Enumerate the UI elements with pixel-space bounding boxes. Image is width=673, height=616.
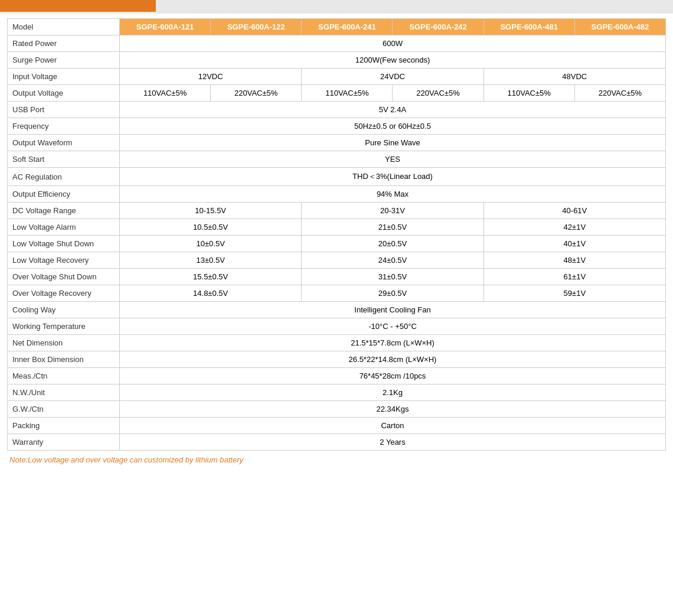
row-label-16: Cooling Way [8,302,120,318]
row-label-9: Output Efficiency [8,186,120,203]
row-value-14-2: 61±1V [483,269,665,285]
row-value-15-0: 14.8±0.5V [120,285,302,302]
page-wrapper: ModelSGPE-600A-121SGPE-600A-122SGPE-600A… [0,0,673,616]
row-label-22: G.W./Ctn [8,401,120,418]
row-value-24: 2 Years [120,434,666,451]
table-wrapper: ModelSGPE-600A-121SGPE-600A-122SGPE-600A… [0,14,673,474]
note-text: Note:Low voltage and over voltage can cu… [7,451,666,467]
row-value-20: 76*45*28cm /10pcs [120,368,666,384]
row-value-13-0: 13±0.5V [120,252,302,269]
row-value-22: 22.34Kgs [120,401,666,418]
row-value-2-2: 48VDC [483,69,665,85]
row-label-20: Meas./Ctn [8,368,120,384]
row-label-6: Output Waveform [8,135,120,151]
row-value-4: 5V 2.4A [120,102,666,118]
row-label-2: Input Voltage [8,69,120,85]
model-header-3: SGPE-600A-242 [393,19,483,35]
header-section [0,0,156,12]
row-value-11-2: 42±1V [483,219,665,236]
row-label-18: Net Dimension [8,335,120,351]
row-label-24: Warranty [8,434,120,451]
model-header-4: SGPE-600A-481 [483,19,574,35]
row-label-21: N.W./Unit [8,384,120,401]
row-value-3-5: 220VAC±5% [574,85,665,102]
row-label-23: Packing [8,418,120,434]
row-label-19: Inner Box Dimension [8,351,120,368]
row-value-12-0: 10±0.5V [120,236,302,252]
technical-parameter-table: ModelSGPE-600A-121SGPE-600A-122SGPE-600A… [7,18,666,451]
row-label-10: DC Voltage Range [8,203,120,219]
row-label-7: Soft Start [8,151,120,168]
row-value-12-1: 20±0.5V [302,236,483,252]
row-value-2-0: 12VDC [120,69,302,85]
row-value-3-0: 110VAC±5% [120,85,211,102]
row-label-3: Output Voltage [8,85,120,102]
row-value-17: -10°C - +50°C [120,318,666,335]
row-value-11-0: 10.5±0.5V [120,219,302,236]
row-value-3-3: 220VAC±5% [393,85,483,102]
model-header-0: SGPE-600A-121 [120,19,211,35]
row-value-10-2: 40-61V [483,203,665,219]
row-label-12: Low Voltage Shut Down [8,236,120,252]
row-value-10-1: 20-31V [302,203,483,219]
row-label-5: Frequency [8,118,120,135]
row-value-14-1: 31±0.5V [302,269,483,285]
row-label-11: Low Voltage Alarm [8,219,120,236]
row-label-1: Surge Power [8,52,120,69]
row-value-21: 2.1Kg [120,384,666,401]
row-value-1: 1200W(Few seconds) [120,52,666,69]
row-label-15: Over Voltage Recovery [8,285,120,302]
row-value-18: 21.5*15*7.8cm (L×W×H) [120,335,666,351]
row-value-9: 94% Max [120,186,666,203]
row-value-15-2: 59±1V [483,285,665,302]
model-label: Model [8,19,120,35]
row-label-8: AC Regulation [8,168,120,186]
row-label-4: USB Port [8,102,120,118]
row-value-10-0: 10-15.5V [120,203,302,219]
row-value-2-1: 24VDC [302,69,483,85]
row-value-3-1: 220VAC±5% [211,85,302,102]
row-value-14-0: 15.5±0.5V [120,269,302,285]
model-header-1: SGPE-600A-122 [211,19,302,35]
row-value-0: 600W [120,35,666,52]
row-value-23: Carton [120,418,666,434]
row-label-17: Working Temperature [8,318,120,335]
model-header-5: SGPE-600A-482 [574,19,665,35]
row-value-8: THD＜3%(Linear Load) [120,168,666,186]
row-value-13-2: 48±1V [483,252,665,269]
row-value-19: 26.5*22*14.8cm (L×W×H) [120,351,666,368]
row-value-11-1: 21±0.5V [302,219,483,236]
row-label-0: Rated Power [8,35,120,52]
row-value-12-2: 40±1V [483,236,665,252]
row-value-16: Intelligent Cooling Fan [120,302,666,318]
row-value-3-4: 110VAC±5% [483,85,574,102]
row-value-3-2: 110VAC±5% [302,85,393,102]
row-label-13: Low Voltage Recovery [8,252,120,269]
row-value-7: YES [120,151,666,168]
row-value-15-1: 29±0.5V [302,285,483,302]
row-value-6: Pure Sine Wave [120,135,666,151]
model-header-2: SGPE-600A-241 [302,19,393,35]
row-value-13-1: 24±0.5V [302,252,483,269]
row-value-5: 50Hz±0.5 or 60Hz±0.5 [120,118,666,135]
row-label-14: Over Voltage Shut Down [8,269,120,285]
